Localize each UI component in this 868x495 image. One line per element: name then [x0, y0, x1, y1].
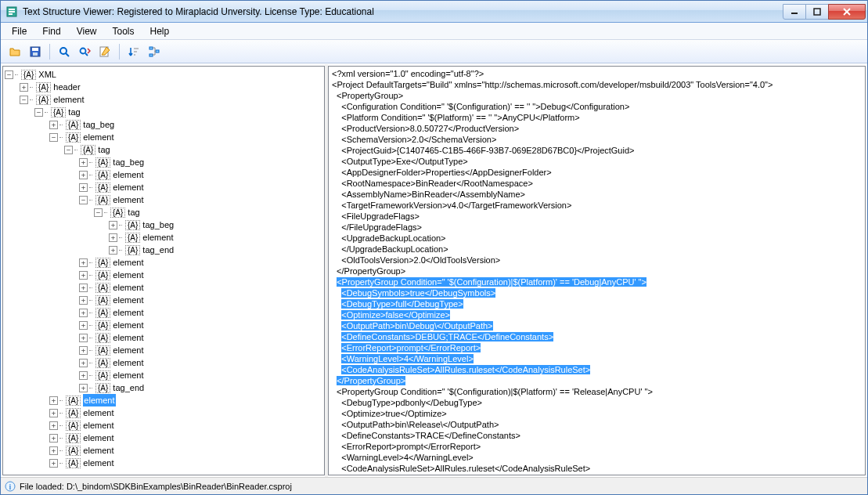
- tree-toggle-icon[interactable]: −: [79, 196, 88, 204]
- tree-node[interactable]: +{A}tag_end: [5, 381, 322, 394]
- tree-toggle-icon[interactable]: −: [94, 208, 103, 217]
- tree-node[interactable]: −{A}element: [5, 131, 322, 143]
- tree-node[interactable]: +{A}element: [5, 181, 322, 193]
- find-next-icon[interactable]: [75, 42, 94, 61]
- tree-node[interactable]: +{A}element: [5, 281, 322, 294]
- window-title: Text Structure Viewer: Registered to Mir…: [23, 6, 783, 17]
- tree-toggle-icon[interactable]: +: [49, 446, 58, 455]
- tree-toggle-icon[interactable]: +: [49, 459, 58, 468]
- tree-toggle-icon[interactable]: +: [79, 359, 88, 367]
- tree-node[interactable]: +{A}element: [5, 269, 322, 281]
- menu-help[interactable]: Help: [142, 24, 178, 38]
- tree-toggle-icon[interactable]: +: [49, 396, 58, 405]
- tree-node[interactable]: +{A}element: [5, 432, 322, 444]
- highlighted-line: <PropertyGroup Condition=" '$(Configurat…: [337, 277, 646, 287]
- tree-view[interactable]: −{A}XML+{A}header−{A}element−{A}tag+{A}t…: [5, 68, 322, 469]
- maximize-button[interactable]: [805, 4, 829, 20]
- highlighted-line: </PropertyGroup>: [337, 376, 405, 385]
- tree-node[interactable]: −{A}tag: [5, 206, 322, 219]
- menubar: File Find View Tools Help: [1, 23, 867, 40]
- close-button[interactable]: [828, 4, 866, 20]
- tree-node[interactable]: +{A}element: [5, 331, 322, 344]
- tree-toggle-icon[interactable]: +: [79, 321, 88, 330]
- tree-toggle-icon[interactable]: +: [109, 246, 117, 255]
- tree-node[interactable]: +{A}element: [5, 369, 322, 381]
- menu-find[interactable]: Find: [34, 24, 68, 38]
- tree-toggle-icon[interactable]: −: [49, 133, 58, 142]
- tree-toggle-icon[interactable]: +: [109, 233, 117, 242]
- find-icon[interactable]: [55, 42, 74, 61]
- save-icon[interactable]: [26, 42, 45, 61]
- sort-icon[interactable]: [124, 42, 143, 61]
- tree-node[interactable]: +{A}element: [5, 419, 322, 432]
- tree-toggle-icon[interactable]: +: [49, 421, 58, 430]
- tree-toggle-icon[interactable]: +: [79, 309, 88, 317]
- menu-view[interactable]: View: [69, 24, 105, 38]
- tree-toggle-icon[interactable]: +: [79, 296, 88, 305]
- content-pane[interactable]: <?xml version="1.0" encoding="utf-8"?> <…: [328, 66, 866, 475]
- tree-node[interactable]: +{A}tag_beg: [5, 156, 322, 168]
- svg-line-14: [85, 53, 88, 56]
- tree-toggle-icon[interactable]: +: [20, 83, 28, 92]
- tree-toggle-icon[interactable]: +: [109, 221, 117, 229]
- tree-node-type-badge: {A}: [66, 408, 81, 418]
- tree-node[interactable]: +{A}element: [5, 457, 322, 469]
- menu-tools[interactable]: Tools: [104, 24, 142, 38]
- tree-node[interactable]: +{A}element: [5, 168, 322, 181]
- tree-toggle-icon[interactable]: +: [49, 434, 58, 443]
- tree-toggle-icon[interactable]: +: [79, 371, 88, 380]
- toolbar: [1, 40, 867, 63]
- tree-node[interactable]: +{A}tag_beg: [5, 219, 322, 231]
- tree-node-label: element: [113, 281, 143, 294]
- tree-toggle-icon[interactable]: +: [79, 334, 88, 342]
- tree-toggle-icon[interactable]: +: [49, 121, 58, 129]
- tree-node-type-badge: {A}: [66, 132, 81, 143]
- tree-node[interactable]: +{A}element: [5, 294, 322, 306]
- tree-toggle-icon[interactable]: +: [79, 346, 88, 355]
- tree-toggle-icon[interactable]: −: [20, 96, 28, 104]
- highlighted-line: <ErrorReport>prompt</ErrorReport>: [341, 343, 481, 352]
- tree-toggle-icon[interactable]: +: [79, 158, 88, 167]
- minimize-button[interactable]: [783, 4, 806, 20]
- tree-node[interactable]: +{A}tag_end: [5, 244, 322, 256]
- tree-node[interactable]: −{A}tag: [5, 106, 322, 118]
- tree-toggle-icon[interactable]: +: [79, 258, 88, 267]
- tree-node-label: tag_beg: [113, 156, 144, 168]
- tree-toggle-icon[interactable]: −: [5, 70, 13, 79]
- tree-toggle-icon[interactable]: +: [79, 271, 88, 280]
- svg-rect-10: [33, 52, 38, 56]
- tree-node[interactable]: +{A}element: [5, 256, 322, 269]
- tree-node[interactable]: +{A}element: [5, 306, 322, 319]
- tree-toggle-icon[interactable]: −: [64, 146, 73, 154]
- tree-pane[interactable]: −{A}XML+{A}header−{A}element−{A}tag+{A}t…: [2, 66, 325, 475]
- tree-node-type-badge: {A}: [36, 82, 51, 92]
- tree-node[interactable]: +{A}header: [5, 81, 322, 93]
- tree-node[interactable]: −{A}XML: [5, 68, 322, 81]
- tree-toggle-icon[interactable]: −: [34, 108, 43, 117]
- open-file-icon[interactable]: [5, 42, 24, 61]
- tree-toggle-icon[interactable]: +: [49, 409, 58, 417]
- tree-node[interactable]: −{A}element: [5, 93, 322, 106]
- tree-node[interactable]: +{A}element: [5, 444, 322, 457]
- tree-node[interactable]: −{A}element: [5, 193, 322, 206]
- tree-node[interactable]: +{A}tag_beg: [5, 118, 322, 131]
- tree-node[interactable]: +{A}element: [5, 319, 322, 331]
- menu-file[interactable]: File: [4, 24, 34, 38]
- tree-toggle-icon[interactable]: +: [79, 284, 88, 292]
- tree-node[interactable]: +{A}element: [5, 394, 322, 406]
- tree-node[interactable]: +{A}element: [5, 406, 322, 419]
- tree-node[interactable]: +{A}element: [5, 356, 322, 369]
- tree-node[interactable]: +{A}element: [5, 231, 322, 244]
- tree-toggle-icon[interactable]: +: [79, 171, 88, 179]
- tree-node[interactable]: +{A}element: [5, 344, 322, 356]
- tree-node-label: element: [142, 231, 173, 244]
- tree-node[interactable]: −{A}tag: [5, 143, 322, 156]
- structure-icon[interactable]: [145, 42, 164, 61]
- tree-toggle-icon[interactable]: +: [79, 183, 88, 192]
- tree-node-label: element: [113, 331, 143, 344]
- tree-node-type-badge: {A}: [66, 120, 81, 130]
- edit-icon[interactable]: [95, 42, 114, 61]
- titlebar[interactable]: Text Structure Viewer: Registered to Mir…: [1, 1, 867, 23]
- tree-toggle-icon[interactable]: +: [79, 384, 88, 392]
- tree-node-type-badge: {A}: [95, 345, 110, 356]
